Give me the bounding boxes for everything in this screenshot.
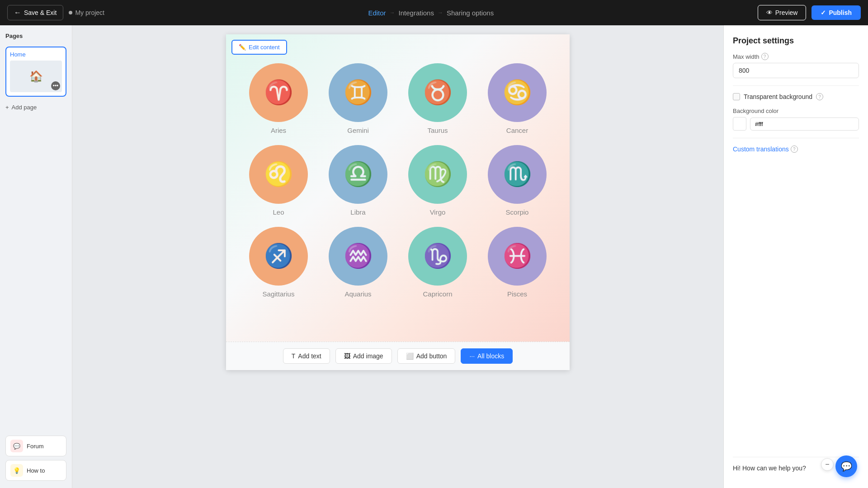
zodiac-symbol-leo: ♌: [264, 163, 293, 186]
page-thumbnail: 🏠 •••: [10, 61, 62, 92]
zodiac-name-libra: Libra: [350, 208, 365, 216]
eye-icon: 👁: [766, 9, 773, 16]
edit-content-label: Edit content: [249, 44, 280, 51]
max-width-help-icon[interactable]: ?: [761, 53, 769, 60]
zodiac-symbol-gemini: ♊: [344, 81, 373, 104]
transparent-bg-help-icon[interactable]: ?: [816, 93, 823, 100]
image-icon: 🖼: [344, 352, 350, 360]
transparent-bg-row: Transparent background ?: [733, 93, 859, 100]
zodiac-item-scorpio[interactable]: ♏ Scorpio: [483, 145, 552, 216]
forum-icon: 💬: [10, 440, 23, 452]
nav-arrow-1: →: [390, 9, 395, 16]
zodiac-item-libra[interactable]: ♎ Libra: [324, 145, 392, 216]
zodiac-symbol-virgo: ♍: [423, 163, 453, 186]
chat-fab-button[interactable]: 💬: [835, 455, 857, 477]
add-page-button[interactable]: + Add page: [5, 102, 66, 113]
panel-title: Project settings: [733, 36, 859, 46]
zodiac-item-pisces[interactable]: ♓ Pisces: [483, 227, 552, 298]
zodiac-symbol-libra: ♎: [344, 163, 373, 186]
zodiac-name-aries: Aries: [271, 127, 286, 134]
zodiac-circle-aquarius: ♒: [329, 227, 387, 286]
bg-color-swatch[interactable]: [733, 117, 746, 131]
project-name: My project: [69, 9, 104, 16]
zodiac-name-leo: Leo: [273, 208, 284, 216]
nav-right-buttons: 👁 Preview ✓ Publish: [758, 5, 861, 20]
page-more-button[interactable]: •••: [51, 81, 60, 90]
publish-button[interactable]: ✓ Publish: [811, 5, 861, 20]
sidebar-pages-title: Pages: [5, 33, 66, 39]
zodiac-name-pisces: Pisces: [507, 290, 527, 298]
transparent-bg-checkbox[interactable]: [733, 93, 740, 100]
zodiac-item-leo[interactable]: ♌ Leo: [244, 145, 313, 216]
add-image-button[interactable]: 🖼 Add image: [335, 348, 392, 364]
zodiac-grid: ♈ Aries ♊ Gemini ♉ Taurus ♋ Cancer ♌ Leo: [226, 34, 570, 316]
zodiac-item-aries[interactable]: ♈ Aries: [244, 63, 313, 134]
zodiac-name-sagittarius: Sagittarius: [263, 290, 295, 298]
minimize-button[interactable]: −: [821, 458, 834, 471]
add-text-label: Add text: [298, 352, 321, 360]
canvas-toolbar: T Add text 🖼 Add image ⬜ Add button ··· …: [226, 342, 570, 370]
zodiac-symbol-taurus: ♉: [423, 81, 453, 104]
preview-button[interactable]: 👁 Preview: [758, 5, 807, 20]
zodiac-symbol-pisces: ♓: [503, 244, 532, 268]
zodiac-item-virgo[interactable]: ♍ Virgo: [403, 145, 472, 216]
zodiac-name-taurus: Taurus: [427, 127, 448, 134]
zodiac-symbol-cancer: ♋: [503, 81, 532, 104]
pencil-icon: ✏️: [239, 44, 246, 51]
nav-integrations-step[interactable]: Integrations: [399, 9, 434, 17]
howto-icon: 💡: [10, 464, 23, 477]
zodiac-circle-virgo: ♍: [408, 145, 467, 204]
top-navigation: ← Save & Exit My project Editor → Integr…: [0, 0, 868, 25]
transparent-bg-label: Transparent background: [744, 93, 812, 100]
home-page-label: Home: [10, 51, 26, 58]
zodiac-item-taurus[interactable]: ♉ Taurus: [403, 63, 472, 134]
sidebar-howto-button[interactable]: 💡 How to: [5, 460, 66, 481]
nav-editor-step[interactable]: Editor: [368, 9, 386, 17]
forum-label: Forum: [27, 443, 44, 450]
back-arrow-icon: ←: [14, 9, 21, 17]
save-exit-label: Save & Exit: [24, 9, 57, 16]
page-card-home[interactable]: Home 🏠 •••: [5, 47, 66, 97]
howto-label: How to: [27, 467, 45, 474]
zodiac-symbol-scorpio: ♏: [503, 163, 532, 186]
edit-content-button[interactable]: ✏️ Edit content: [231, 40, 287, 55]
sidebar: Pages Home 🏠 ••• + Add page 💬 Forum 💡 Ho…: [0, 25, 72, 488]
add-button-button[interactable]: ⬜ Add button: [397, 348, 456, 364]
nav-sharing-step[interactable]: Sharing options: [447, 9, 494, 17]
custom-translations-help-icon[interactable]: ?: [791, 145, 798, 153]
sidebar-forum-button[interactable]: 💬 Forum: [5, 436, 66, 456]
divider-1: [733, 85, 859, 86]
dots-icon: ···: [469, 352, 475, 360]
custom-translations-link[interactable]: Custom translations ?: [733, 145, 859, 153]
zodiac-symbol-sagittarius: ♐: [264, 244, 293, 268]
home-thumb-icon: 🏠: [29, 70, 43, 83]
zodiac-circle-capricorn: ♑: [408, 227, 467, 286]
all-blocks-button[interactable]: ··· All blocks: [461, 348, 513, 364]
max-width-label: Max width ?: [733, 53, 859, 60]
max-width-input[interactable]: [733, 63, 859, 78]
zodiac-item-cancer[interactable]: ♋ Cancer: [483, 63, 552, 134]
zodiac-item-sagittarius[interactable]: ♐ Sagittarius: [244, 227, 313, 298]
bg-color-input[interactable]: [750, 117, 859, 131]
zodiac-name-capricorn: Capricorn: [423, 290, 452, 298]
check-icon: ✓: [821, 9, 826, 16]
custom-translations-label: Custom translations: [733, 145, 789, 153]
zodiac-item-aquarius[interactable]: ♒ Aquarius: [324, 227, 392, 298]
canvas-area: ✏️ Edit content ♈ Aries ♊ Gemini ♉ Tauru…: [72, 25, 723, 488]
add-image-label: Add image: [353, 352, 383, 360]
zodiac-item-capricorn[interactable]: ♑ Capricorn: [403, 227, 472, 298]
all-blocks-label: All blocks: [477, 352, 504, 360]
zodiac-circle-libra: ♎: [329, 145, 387, 204]
bg-color-row: [733, 117, 859, 131]
add-text-button[interactable]: T Add text: [283, 348, 330, 364]
zodiac-symbol-aquarius: ♒: [344, 244, 373, 268]
zodiac-name-cancer: Cancer: [506, 127, 528, 134]
right-panel: Project settings Max width ? Transparent…: [723, 25, 868, 488]
project-dot-icon: [69, 11, 72, 14]
bg-color-label: Background color: [733, 108, 859, 114]
zodiac-circle-aries: ♈: [249, 63, 308, 122]
zodiac-item-gemini[interactable]: ♊ Gemini: [324, 63, 392, 134]
main-layout: Pages Home 🏠 ••• + Add page 💬 Forum 💡 Ho…: [0, 25, 868, 488]
save-exit-button[interactable]: ← Save & Exit: [7, 5, 63, 20]
zodiac-symbol-capricorn: ♑: [423, 244, 453, 268]
